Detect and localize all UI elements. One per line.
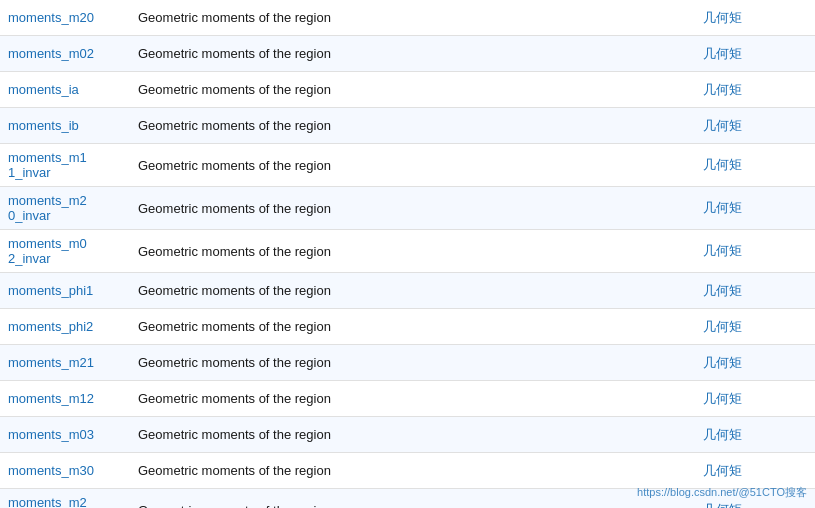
row-tag: 几何矩 bbox=[695, 345, 815, 380]
row-name: moments_m0 2_invar bbox=[0, 230, 130, 272]
row-tag: 几何矩 bbox=[695, 187, 815, 229]
row-description: Geometric moments of the region bbox=[130, 0, 695, 35]
row-tag: 几何矩 bbox=[695, 230, 815, 272]
row-name: moments_m30 bbox=[0, 453, 130, 488]
table-row: moments_m20Geometric moments of the regi… bbox=[0, 0, 815, 36]
row-description: Geometric moments of the region bbox=[130, 309, 695, 344]
table-row: moments_m30Geometric moments of the regi… bbox=[0, 453, 815, 489]
row-name: moments_phi1 bbox=[0, 273, 130, 308]
row-description: Geometric moments of the region bbox=[130, 72, 695, 107]
row-name: moments_m2 0_invar bbox=[0, 187, 130, 229]
row-description: Geometric moments of the region bbox=[130, 489, 695, 508]
row-description: Geometric moments of the region bbox=[130, 417, 695, 452]
table-row: moments_phi1Geometric moments of the reg… bbox=[0, 273, 815, 309]
row-description: Geometric moments of the region bbox=[130, 36, 695, 71]
row-description: Geometric moments of the region bbox=[130, 381, 695, 416]
row-tag: 几何矩 bbox=[695, 417, 815, 452]
row-name: moments_phi2 bbox=[0, 309, 130, 344]
row-description: Geometric moments of the region bbox=[130, 453, 695, 488]
row-name: moments_m2 1_invar bbox=[0, 489, 130, 508]
row-name: moments_m20 bbox=[0, 0, 130, 35]
row-description: Geometric moments of the region bbox=[130, 144, 695, 186]
data-table: moments_m20Geometric moments of the regi… bbox=[0, 0, 815, 508]
row-name: moments_m03 bbox=[0, 417, 130, 452]
row-tag: 几何矩 bbox=[695, 108, 815, 143]
row-name: moments_m12 bbox=[0, 381, 130, 416]
row-name: moments_ib bbox=[0, 108, 130, 143]
row-tag: 几何矩 bbox=[695, 72, 815, 107]
table-row: moments_m03Geometric moments of the regi… bbox=[0, 417, 815, 453]
table-row: moments_m02Geometric moments of the regi… bbox=[0, 36, 815, 72]
table-row: moments_m0 2_invarGeometric moments of t… bbox=[0, 230, 815, 273]
row-description: Geometric moments of the region bbox=[130, 108, 695, 143]
row-description: Geometric moments of the region bbox=[130, 230, 695, 272]
row-description: Geometric moments of the region bbox=[130, 187, 695, 229]
row-tag: 几何矩 bbox=[695, 36, 815, 71]
row-tag: 几何矩 bbox=[695, 273, 815, 308]
row-name: moments_ia bbox=[0, 72, 130, 107]
row-tag: 几何矩 bbox=[695, 453, 815, 488]
row-tag: 几何矩 bbox=[695, 309, 815, 344]
row-description: Geometric moments of the region bbox=[130, 273, 695, 308]
row-tag: 几何矩 bbox=[695, 144, 815, 186]
row-name: moments_m02 bbox=[0, 36, 130, 71]
table-row: moments_m12Geometric moments of the regi… bbox=[0, 381, 815, 417]
table-row: moments_m21Geometric moments of the regi… bbox=[0, 345, 815, 381]
table-row: moments_m2 0_invarGeometric moments of t… bbox=[0, 187, 815, 230]
table-row: moments_m1 1_invarGeometric moments of t… bbox=[0, 144, 815, 187]
row-name: moments_m21 bbox=[0, 345, 130, 380]
table-row: moments_iaGeometric moments of the regio… bbox=[0, 72, 815, 108]
row-tag: 几何矩 bbox=[695, 381, 815, 416]
watermark: https://blog.csdn.net/@51CTO搜客 bbox=[637, 485, 807, 500]
row-description: Geometric moments of the region bbox=[130, 345, 695, 380]
row-name: moments_m1 1_invar bbox=[0, 144, 130, 186]
table-row: moments_ibGeometric moments of the regio… bbox=[0, 108, 815, 144]
row-tag: 几何矩 bbox=[695, 0, 815, 35]
table-row: moments_phi2Geometric moments of the reg… bbox=[0, 309, 815, 345]
